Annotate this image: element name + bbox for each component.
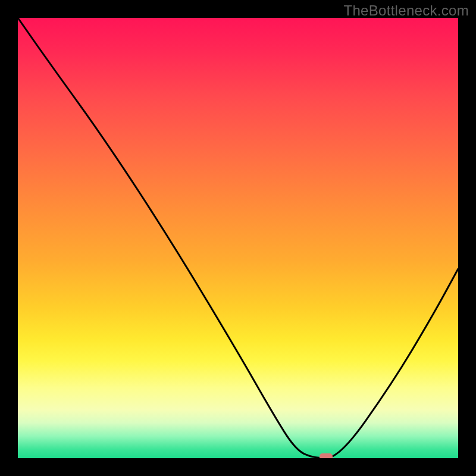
bottleneck-curve — [18, 18, 458, 458]
watermark-text: TheBottleneck.com — [343, 2, 469, 19]
optimal-point-marker — [320, 453, 333, 458]
chart-frame: TheBottleneck.com — [0, 0, 476, 476]
plot-area — [18, 18, 458, 458]
curve-layer — [18, 18, 458, 458]
